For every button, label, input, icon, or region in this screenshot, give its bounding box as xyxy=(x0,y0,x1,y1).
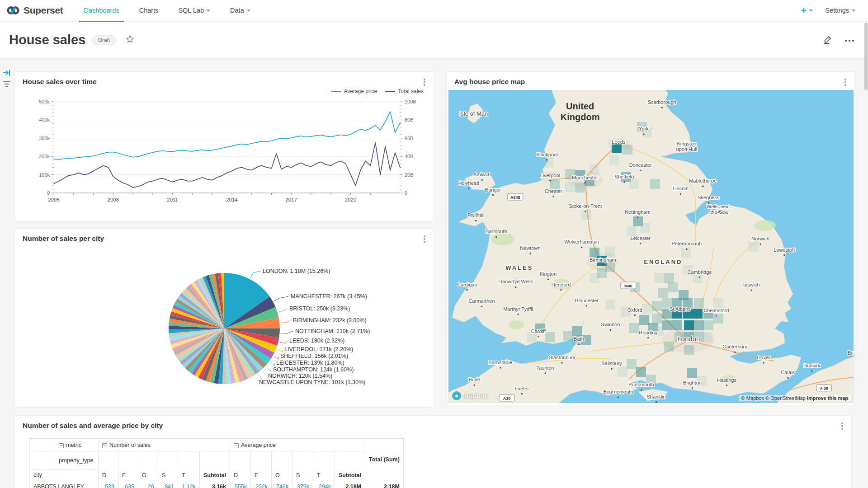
choropleth-cell[interactable] xyxy=(664,342,674,352)
card-house-sales-over-time: House sales over time Average priceTotal… xyxy=(14,71,434,221)
expand-filter-bar-icon[interactable] xyxy=(3,69,11,79)
pivot-value[interactable]: 746k xyxy=(272,480,292,488)
choropleth-cell[interactable] xyxy=(563,331,573,341)
pie-label: LEEDS: 180k (2.32%) xyxy=(289,338,344,344)
choropleth-cell[interactable] xyxy=(590,164,599,174)
chart-options-kebab-icon[interactable] xyxy=(421,77,428,87)
choropleth-cell[interactable] xyxy=(627,359,637,369)
map-label: Liverpool xyxy=(540,173,561,178)
choropleth-cell[interactable] xyxy=(748,242,758,252)
nav-tab-data[interactable]: Data xyxy=(220,0,260,21)
choropleth-cell[interactable] xyxy=(713,314,723,324)
choropleth-cell[interactable] xyxy=(636,367,646,377)
choropleth-cell[interactable] xyxy=(713,298,723,308)
svg-text:100k: 100k xyxy=(39,172,50,178)
choropleth-cell[interactable] xyxy=(618,367,627,377)
favorite-star-icon[interactable] xyxy=(125,34,135,46)
choropleth-cell[interactable] xyxy=(640,223,650,233)
map-label: Bournemouth xyxy=(603,389,633,394)
choropleth-cell[interactable] xyxy=(545,332,555,342)
choropleth-cell[interactable] xyxy=(672,320,682,330)
map-label: Cambridge xyxy=(688,269,712,275)
pie-chart[interactable]: LONDON: 1.18M (15.26%)MANCHESTER: 267k (… xyxy=(15,229,434,408)
pivot-value[interactable]: 539 xyxy=(99,480,118,488)
choropleth-cell[interactable] xyxy=(575,183,585,192)
map-label: Scarborough xyxy=(648,99,676,105)
pivot-value[interactable]: 1.12k xyxy=(178,480,200,488)
superset-logo-icon xyxy=(6,4,20,17)
map-label: Cardiff xyxy=(531,328,546,334)
pivot-value[interactable]: 635 xyxy=(118,480,138,488)
pie-label: SOUTHAMPTON: 124k (1.60%) xyxy=(273,366,354,373)
choropleth-cell[interactable] xyxy=(565,182,575,192)
choropleth-cell[interactable] xyxy=(652,301,662,311)
settings-menu[interactable]: Settings xyxy=(826,7,855,14)
pivot-value[interactable]: 294k xyxy=(313,480,335,488)
pivot-total-value[interactable]: 2.18M xyxy=(365,480,404,488)
choropleth-cell[interactable] xyxy=(681,248,691,258)
choropleth-cell[interactable] xyxy=(572,326,582,336)
map-label: Gloucester xyxy=(575,298,599,303)
choropleth-cell[interactable] xyxy=(703,320,713,330)
svg-text:M40: M40 xyxy=(624,284,632,288)
superset-logo[interactable]: Superset xyxy=(0,4,69,17)
pivot-value[interactable]: 555k xyxy=(230,480,251,488)
pivot-value[interactable]: 841 xyxy=(158,480,178,488)
choropleth-cell[interactable] xyxy=(668,282,678,292)
pivot-value[interactable]: 3.16k xyxy=(200,480,230,488)
pivot-value[interactable]: 202k xyxy=(251,480,272,488)
choropleth-cell[interactable] xyxy=(693,309,703,319)
chart-options-kebab-icon[interactable] xyxy=(842,77,849,87)
nav-tab-dashboards[interactable]: Dashboards xyxy=(74,0,129,21)
line-chart[interactable]: 500k100B400k80B300k60B200k40B100k20B0020… xyxy=(22,98,427,219)
choropleth-cell[interactable] xyxy=(629,323,639,333)
pivot-header-total: Total (Sum) xyxy=(365,439,404,480)
nav-tab-sql-lab[interactable]: SQL Lab xyxy=(168,0,220,21)
choropleth-cell[interactable] xyxy=(652,314,662,324)
collapse-icon[interactable]: − xyxy=(234,443,239,448)
choropleth-cell[interactable] xyxy=(703,332,712,342)
choropleth-cell[interactable] xyxy=(639,315,649,325)
choropleth-cell[interactable] xyxy=(605,300,615,310)
choropleth-cell[interactable] xyxy=(650,179,660,189)
choropleth-cell[interactable] xyxy=(658,288,668,298)
pivot-value[interactable]: 2.18M xyxy=(335,480,365,488)
pivot-value[interactable]: 26 xyxy=(138,480,158,488)
choropleth-cell[interactable] xyxy=(664,273,674,283)
choropleth-cell[interactable] xyxy=(543,158,553,168)
choropleth-cell[interactable] xyxy=(694,298,704,308)
filter-icon[interactable] xyxy=(3,80,11,89)
legend-item-average-price[interactable]: Average price xyxy=(331,88,377,94)
collapse-icon[interactable]: − xyxy=(102,443,107,448)
nav-tab-charts[interactable]: Charts xyxy=(129,0,169,21)
choropleth-cell[interactable] xyxy=(605,246,615,256)
choropleth-cell[interactable] xyxy=(694,320,704,330)
choropleth-cell[interactable] xyxy=(550,179,560,189)
more-actions-icon[interactable] xyxy=(844,36,854,44)
choropleth-cell[interactable] xyxy=(642,304,652,314)
improve-map-link[interactable]: Improve this map xyxy=(807,395,848,401)
page-scrollbar[interactable] xyxy=(864,23,868,90)
choropleth-cell[interactable] xyxy=(629,179,639,189)
pivot-header-average-price: −Average price xyxy=(230,439,365,451)
new-item-button[interactable]: + xyxy=(801,5,813,16)
choropleth-cell[interactable] xyxy=(623,145,632,155)
legend-item-total-sales[interactable]: Total sales xyxy=(385,88,424,94)
choropleth-cell[interactable] xyxy=(609,155,619,165)
choropleth-cell[interactable] xyxy=(684,320,694,330)
mapbox-logo[interactable]: ✶ mapbox xyxy=(452,391,488,400)
map-viewport[interactable]: UnitedKingdomIsle of ManENGLANDWALESScar… xyxy=(448,90,854,403)
choropleth-cell[interactable] xyxy=(627,226,637,236)
pivot-value[interactable]: 379k xyxy=(292,480,313,488)
edit-dashboard-icon[interactable] xyxy=(823,34,833,46)
collapse-icon[interactable]: − xyxy=(59,443,64,448)
map-label: Taunton xyxy=(537,365,554,371)
choropleth-cell[interactable] xyxy=(654,273,664,283)
choropleth-cell[interactable] xyxy=(684,345,694,355)
choropleth-cell[interactable] xyxy=(687,368,697,378)
table-row[interactable]: ABBOTS LANGLEY539635268411.12k3.16k555k2… xyxy=(30,480,404,488)
choropleth-cell[interactable] xyxy=(581,210,591,220)
choropleth-cell[interactable] xyxy=(590,273,599,283)
chart-options-kebab-icon[interactable] xyxy=(839,421,846,431)
choropleth-cell[interactable] xyxy=(590,248,599,258)
